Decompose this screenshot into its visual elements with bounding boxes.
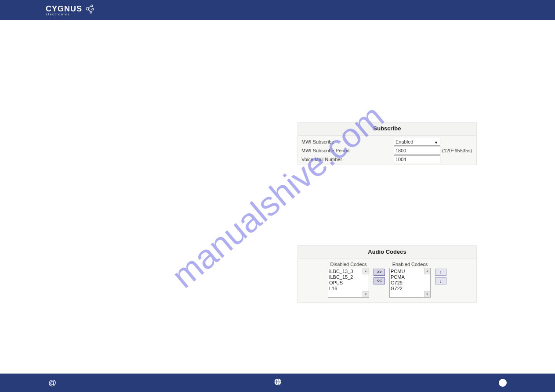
mwi-subscribe-select[interactable]: Enabled — [394, 138, 440, 146]
move-left-button[interactable]: << — [374, 277, 385, 284]
svg-point-2 — [92, 8, 94, 10]
enabled-codecs-title: Enabled Codecs — [392, 262, 428, 267]
globe-icon — [274, 378, 282, 388]
list-item[interactable]: PCMU — [391, 269, 429, 274]
svg-line-5 — [89, 9, 92, 9]
list-item[interactable]: iLBC_15_2 — [329, 274, 368, 280]
enabled-codecs-list[interactable]: PCMU PCMA G729 G722 ▴ ▾ — [389, 268, 431, 298]
list-item[interactable]: G722 — [391, 286, 429, 291]
mwi-period-input[interactable]: 1800 — [394, 147, 440, 155]
svg-line-4 — [88, 6, 91, 8]
move-up-button[interactable]: ↑ — [435, 269, 446, 276]
move-right-button[interactable]: >> — [374, 269, 385, 276]
mwi-period-label: MWI Subscribe Period — [301, 148, 394, 153]
voicemail-label: Voice Mail Number — [301, 157, 394, 162]
disabled-codecs-list[interactable]: iLBC_13_3 iLBC_15_2 OPUS L16 ▴ ▾ — [328, 268, 369, 298]
scroll-up-icon[interactable]: ▴ — [363, 268, 369, 274]
svg-line-6 — [88, 10, 91, 12]
list-item[interactable]: PCMA — [391, 274, 429, 280]
page-footer: @ — [0, 374, 555, 392]
scroll-down-icon[interactable]: ▾ — [424, 291, 430, 297]
list-item[interactable]: iLBC_13_3 — [329, 269, 368, 274]
brand-logo: CYGNUS electronics — [46, 3, 95, 17]
audio-codecs-panel: Audio Codecs Disabled Codecs iLBC_13_3 i… — [297, 245, 477, 303]
subscribe-panel: Subscribe MWI Subscribe Enabled MWI Subs… — [297, 122, 477, 165]
mwi-subscribe-label: MWI Subscribe — [301, 139, 394, 144]
brand-network-icon — [84, 3, 95, 17]
list-item[interactable]: L16 — [329, 286, 368, 291]
disabled-codecs-title: Disabled Codecs — [330, 262, 366, 267]
mwi-period-hint: (120~65535s) — [442, 148, 472, 153]
circle-icon — [499, 379, 507, 387]
voicemail-input[interactable]: 1004 — [394, 155, 440, 163]
list-item[interactable]: G729 — [391, 280, 429, 286]
subscribe-title: Subscribe — [298, 122, 476, 136]
move-down-button[interactable]: ↓ — [435, 277, 446, 284]
codecs-title: Audio Codecs — [298, 246, 476, 259]
scroll-up-icon[interactable]: ▴ — [424, 268, 430, 274]
page-header: CYGNUS electronics — [0, 0, 555, 20]
brand-name: CYGNUS — [46, 4, 82, 14]
list-item[interactable]: OPUS — [329, 280, 368, 286]
svg-point-1 — [91, 5, 93, 7]
scroll-down-icon[interactable]: ▾ — [363, 291, 369, 297]
email-icon: @ — [48, 378, 56, 388]
